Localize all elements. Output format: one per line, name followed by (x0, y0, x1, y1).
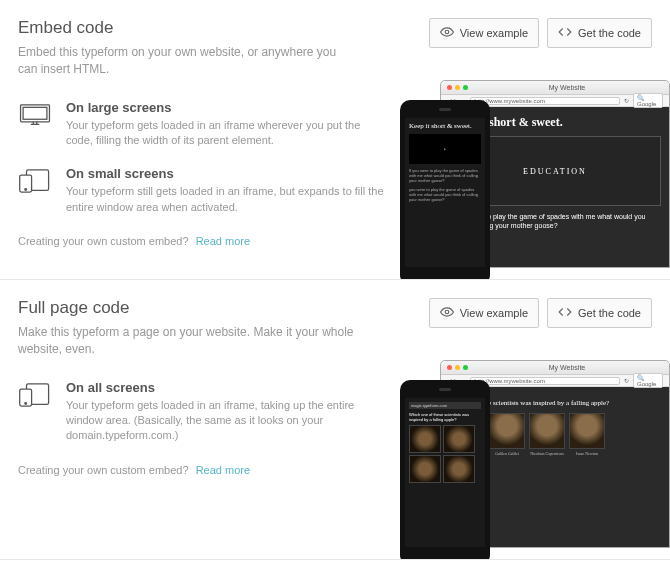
url-bar: http://www.mywebsite.com (470, 377, 620, 385)
button-label: View example (460, 27, 528, 39)
search-box: 🔍 Google (633, 93, 663, 108)
item-desc: Your typeform still gets loaded in an if… (66, 184, 388, 215)
get-code-button[interactable]: Get the code (547, 18, 652, 48)
phone-portrait (443, 455, 475, 483)
footer-text: Creating your own custom embed? (18, 235, 189, 247)
section-actions: View example Get the code (429, 298, 652, 328)
section-subtitle: Make this typeform a page on your websit… (18, 324, 358, 358)
item-desc: Your typeform gets loaded in an iframe, … (66, 398, 388, 444)
browser-title: My Website (549, 364, 585, 371)
fullpage-preview: My Website ◀ ▶+ http://www.mywebsite.com… (400, 360, 670, 560)
section-title: Full page code (18, 298, 358, 318)
window-dot (455, 365, 460, 370)
svg-rect-8 (20, 389, 32, 406)
svg-point-0 (445, 30, 449, 34)
mobile-tablet-icon (18, 380, 54, 444)
section-title: Embed code (18, 18, 358, 38)
phone-mockup: magic.typeform.com Which one of these sc… (400, 380, 490, 560)
browser-title: My Website (549, 84, 585, 91)
button-label: Get the code (578, 27, 641, 39)
footer-text: Creating your own custom embed? (18, 464, 189, 476)
fullpage-section: Full page code Make this typeform a page… (0, 280, 670, 560)
window-dot (463, 365, 468, 370)
item-title: On small screens (66, 166, 388, 181)
embed-preview: My Website ◀ ▶+ http://www.mywebsite.com… (400, 80, 670, 280)
item-title: On all screens (66, 380, 388, 395)
desktop-icon (18, 100, 54, 149)
search-box: 🔍 Google (633, 373, 663, 388)
mobile-tablet-icon (18, 166, 54, 215)
list-item: On large screens Your typeform gets load… (18, 100, 388, 149)
button-label: View example (460, 307, 528, 319)
url-bar: http://www.mywebsite.com (470, 97, 620, 105)
phone-text: If you were to play the game of spades w… (409, 168, 481, 184)
svg-point-6 (445, 310, 449, 314)
phone-text: you were to play the game of spades with… (409, 187, 481, 203)
view-example-button[interactable]: View example (429, 298, 539, 328)
phone-headline: Keep it short & sweet. (409, 122, 481, 130)
portrait: Nicolaus Copernicus (529, 413, 565, 456)
svg-rect-4 (20, 175, 32, 192)
svg-rect-2 (23, 107, 47, 119)
phone-portrait (409, 455, 441, 483)
window-dot (463, 85, 468, 90)
phone-portrait (443, 425, 475, 453)
list-item: On all screens Your typeform gets loaded… (18, 380, 388, 444)
code-icon (558, 25, 572, 41)
code-icon (558, 305, 572, 321)
list-item: On small screens Your typeform still get… (18, 166, 388, 215)
phone-mockup: Keep it short & sweet. ▶ If you were to … (400, 100, 490, 280)
section-actions: View example Get the code (429, 18, 652, 48)
section-subtitle: Embed this typeform on your own website,… (18, 44, 358, 78)
section-header: Embed code Embed this typeform on your o… (18, 18, 652, 78)
item-desc: Your typeform gets loaded in an iframe w… (66, 118, 388, 149)
get-code-button[interactable]: Get the code (547, 298, 652, 328)
read-more-link[interactable]: Read more (196, 235, 250, 247)
window-dot (447, 85, 452, 90)
eye-icon (440, 305, 454, 321)
phone-question: Which one of these scientists was inspir… (409, 412, 481, 422)
eye-icon (440, 25, 454, 41)
portrait: Galileo Galilei (489, 413, 525, 456)
phone-portrait (409, 425, 441, 453)
item-title: On large screens (66, 100, 388, 115)
window-dot (455, 85, 460, 90)
button-label: Get the code (578, 307, 641, 319)
embed-section: Embed code Embed this typeform on your o… (0, 0, 670, 280)
phone-url: magic.typeform.com (409, 402, 481, 409)
view-example-button[interactable]: View example (429, 18, 539, 48)
section-header: Full page code Make this typeform a page… (18, 298, 652, 358)
read-more-link[interactable]: Read more (196, 464, 250, 476)
phone-box: ▶ (409, 134, 481, 164)
window-dot (447, 365, 452, 370)
portrait: Isaac Newton (569, 413, 605, 456)
